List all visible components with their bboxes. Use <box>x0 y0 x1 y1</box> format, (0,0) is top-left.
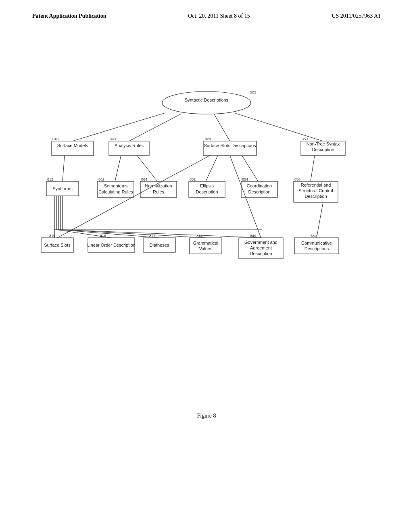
node-856-text-1: Referential and <box>301 183 331 187</box>
node-840-text-2: Agreement <box>250 245 272 250</box>
ref-880: 880 <box>311 234 317 238</box>
svg-line-5 <box>234 113 323 141</box>
node-502-text: Syntactic Descriptions <box>185 98 229 102</box>
node-817-text: Diatheses <box>150 243 169 247</box>
ref-812: 812 <box>47 177 53 181</box>
svg-line-11 <box>115 156 121 181</box>
node-864-text-1: Normalization <box>145 183 172 188</box>
node-852-text-1: Ellipsis <box>200 183 214 188</box>
ref-502: 502 <box>250 90 256 94</box>
ref-854: 854 <box>242 177 248 181</box>
node-864-text-2: Rules <box>153 189 165 194</box>
svg-line-15 <box>311 156 315 181</box>
node-850-text-2: Description <box>312 147 334 152</box>
ref-814: 814 <box>196 234 202 238</box>
node-862-text-2: Calculating Rules <box>98 189 133 194</box>
ref-862: 862 <box>98 177 104 181</box>
svg-line-31 <box>63 230 262 238</box>
diagram-area: text { font-family: Arial, sans-serif; f… <box>32 64 381 347</box>
node-856-text-2: Structural Control <box>298 188 333 193</box>
node-840-text-1: Government and <box>244 240 277 245</box>
ref-856: 856 <box>294 177 300 181</box>
svg-line-29 <box>58 230 159 238</box>
ref-820: 820 <box>205 137 211 141</box>
node-850-text-1: Non-Tree Syntax <box>307 141 340 146</box>
node-852-text-2: Description <box>196 189 218 194</box>
header-left: Patent Application Publication <box>32 13 106 19</box>
ref-850: 850 <box>302 137 308 141</box>
node-860-text: Analysis Rules <box>115 143 144 148</box>
node-815-text: Surface Slots <box>44 243 71 247</box>
ref-816: 816 <box>100 234 106 238</box>
svg-rect-39 <box>294 238 339 254</box>
svg-line-13 <box>206 156 218 181</box>
ref-852: 852 <box>190 177 196 181</box>
diagram-svg: text { font-family: Arial, sans-serif; f… <box>32 64 381 347</box>
figure-caption-text: Figure 8 <box>197 413 216 419</box>
figure-caption: Figure 8 <box>0 413 413 419</box>
ref-864: 864 <box>141 177 147 181</box>
node-814-text-2: Values <box>199 246 213 251</box>
svg-point-1 <box>162 91 251 114</box>
ref-840: 840 <box>250 234 256 238</box>
header-center: Oct. 20, 2011 Sheet 8 of 15 <box>188 13 250 19</box>
node-856-text-3: Description <box>305 194 327 199</box>
svg-line-10 <box>63 156 65 181</box>
svg-line-42 <box>57 156 210 238</box>
node-814-text-1: Grammatical <box>193 241 218 245</box>
svg-line-2 <box>73 113 165 141</box>
ref-860: 860 <box>110 137 116 141</box>
node-820-text: Surface Slots Descriptions <box>204 143 256 148</box>
node-880-text-1: Communicative <box>301 241 332 245</box>
svg-line-4 <box>214 114 230 141</box>
page-header: Patent Application Publication Oct. 20, … <box>0 0 413 19</box>
header-right: US 2011/0257963 A1 <box>332 13 381 19</box>
svg-rect-37 <box>190 238 222 254</box>
node-862-text-1: Semantems <box>104 183 128 188</box>
svg-line-3 <box>129 114 181 141</box>
node-854-text-2: Description <box>248 189 270 194</box>
node-810-text: Surface Models <box>57 143 88 148</box>
ref-815: 815 <box>49 234 55 238</box>
node-854-text-1: Coordination <box>247 183 272 188</box>
node-840-text-3: Description <box>250 251 272 256</box>
node-812-text: Syntforms <box>52 186 73 191</box>
node-880-text-2: Descriptions <box>305 246 329 251</box>
svg-line-40 <box>317 202 323 238</box>
ref-810: 810 <box>52 137 58 141</box>
ref-817: 817 <box>149 234 155 238</box>
node-816-text: Linear Order Description <box>87 243 136 247</box>
